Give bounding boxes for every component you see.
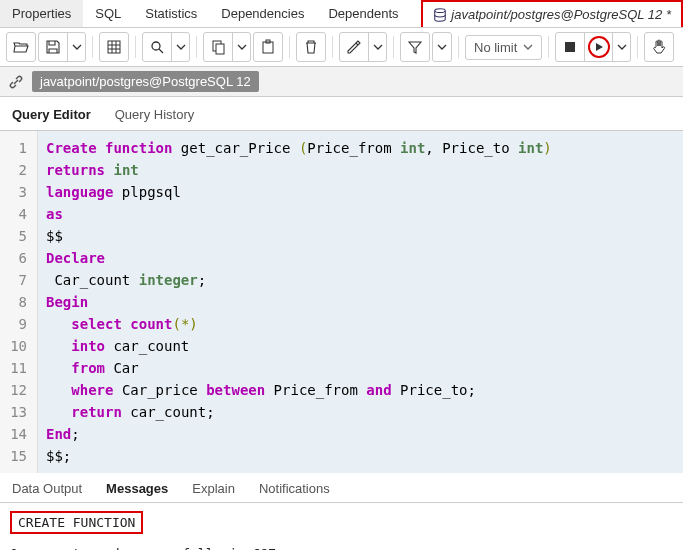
- paste-button[interactable]: [254, 33, 282, 61]
- code-line: $$;: [46, 445, 675, 467]
- chevron-down-icon: [437, 42, 447, 52]
- svg-rect-5: [263, 42, 273, 53]
- line-gutter: 123456789101112131415: [0, 131, 38, 473]
- nav-statistics[interactable]: Statistics: [133, 0, 209, 27]
- separator: [289, 36, 290, 58]
- filter-icon: [407, 39, 423, 55]
- search-dropdown[interactable]: [171, 33, 189, 61]
- status-message: Query returned successfully in 687 msec.: [10, 546, 673, 550]
- find-button[interactable]: [100, 33, 128, 61]
- separator: [637, 36, 638, 58]
- filter-button[interactable]: [401, 33, 429, 61]
- code-line: from Car: [46, 357, 675, 379]
- separator: [92, 36, 93, 58]
- tab-data-output[interactable]: Data Output: [10, 477, 84, 502]
- database-icon: [433, 8, 447, 22]
- explain-button[interactable]: [645, 33, 673, 61]
- svg-point-0: [435, 8, 446, 12]
- edit-dropdown[interactable]: [368, 33, 386, 61]
- nav-properties[interactable]: Properties: [0, 0, 83, 27]
- tab-query-history[interactable]: Query History: [113, 103, 196, 130]
- code-line: Begin: [46, 291, 675, 313]
- separator: [135, 36, 136, 58]
- connection-bar: javatpoint/postgres@PostgreSQL 12: [0, 67, 683, 97]
- tab-notifications[interactable]: Notifications: [257, 477, 332, 502]
- code-line: $$: [46, 225, 675, 247]
- separator: [332, 36, 333, 58]
- paste-icon: [260, 39, 276, 55]
- limit-label: No limit: [474, 40, 517, 55]
- copy-button[interactable]: [204, 33, 232, 61]
- hand-icon: [651, 39, 667, 55]
- chevron-down-icon: [523, 42, 533, 52]
- trash-icon: [303, 39, 319, 55]
- svg-rect-1: [108, 41, 120, 53]
- copy-dropdown[interactable]: [232, 33, 250, 61]
- code-line: where Car_price between Price_from and P…: [46, 379, 675, 401]
- execute-dropdown[interactable]: [612, 33, 630, 61]
- svg-point-2: [152, 42, 160, 50]
- code-line: select count(*): [46, 313, 675, 335]
- code-line: returns int: [46, 159, 675, 181]
- tab-query-editor[interactable]: Query Editor: [10, 103, 93, 130]
- save-icon: [45, 39, 61, 55]
- delete-button[interactable]: [297, 33, 325, 61]
- svg-rect-7: [565, 42, 575, 52]
- code-line: as: [46, 203, 675, 225]
- code-line: Car_count integer;: [46, 269, 675, 291]
- separator: [196, 36, 197, 58]
- connection-tab[interactable]: javatpoint/postgres@PostgreSQL 12 *: [421, 0, 683, 27]
- separator: [393, 36, 394, 58]
- chevron-down-icon: [373, 42, 383, 52]
- separator: [548, 36, 549, 58]
- code-line: into car_count: [46, 335, 675, 357]
- output-panel: CREATE FUNCTION Query returned successfu…: [0, 503, 683, 550]
- connection-tab-label: javatpoint/postgres@PostgreSQL 12 *: [451, 7, 671, 22]
- filter-dropdown[interactable]: [433, 33, 451, 61]
- editor-tabs: Query Editor Query History: [0, 97, 683, 131]
- stop-button[interactable]: [556, 33, 584, 61]
- open-file-button[interactable]: [7, 33, 35, 61]
- stop-icon: [563, 40, 577, 54]
- chevron-down-icon: [72, 42, 82, 52]
- code-line: End;: [46, 423, 675, 445]
- play-icon: [594, 42, 604, 52]
- code-area[interactable]: Create function get_car_Price (Price_fro…: [38, 131, 683, 473]
- top-nav: Properties SQL Statistics Dependencies D…: [0, 0, 683, 28]
- nav-dependencies[interactable]: Dependencies: [209, 0, 316, 27]
- limit-select[interactable]: No limit: [465, 35, 542, 60]
- separator: [458, 36, 459, 58]
- code-editor[interactable]: 123456789101112131415 Create function ge…: [0, 131, 683, 473]
- svg-rect-4: [216, 44, 224, 54]
- chevron-down-icon: [237, 42, 247, 52]
- code-line: return car_count;: [46, 401, 675, 423]
- folder-open-icon: [13, 39, 29, 55]
- save-dropdown[interactable]: [67, 33, 85, 61]
- grid-icon: [106, 39, 122, 55]
- execute-button[interactable]: [584, 33, 612, 61]
- link-icon[interactable]: [8, 74, 24, 90]
- search-button[interactable]: [143, 33, 171, 61]
- tab-explain[interactable]: Explain: [190, 477, 237, 502]
- result-message: CREATE FUNCTION: [10, 511, 143, 534]
- nav-dependents[interactable]: Dependents: [316, 0, 410, 27]
- search-icon: [149, 39, 165, 55]
- toolbar: No limit: [0, 28, 683, 67]
- chevron-down-icon: [176, 42, 186, 52]
- code-line: Declare: [46, 247, 675, 269]
- output-tabs: Data Output Messages Explain Notificatio…: [0, 473, 683, 503]
- nav-sql[interactable]: SQL: [83, 0, 133, 27]
- pencil-icon: [346, 39, 362, 55]
- code-line: language plpgsql: [46, 181, 675, 203]
- connection-bar-text: javatpoint/postgres@PostgreSQL 12: [32, 71, 259, 92]
- save-button[interactable]: [39, 33, 67, 61]
- tab-messages[interactable]: Messages: [104, 477, 170, 502]
- edit-button[interactable]: [340, 33, 368, 61]
- copy-icon: [210, 39, 226, 55]
- code-line: Create function get_car_Price (Price_fro…: [46, 137, 675, 159]
- chevron-down-icon: [617, 42, 627, 52]
